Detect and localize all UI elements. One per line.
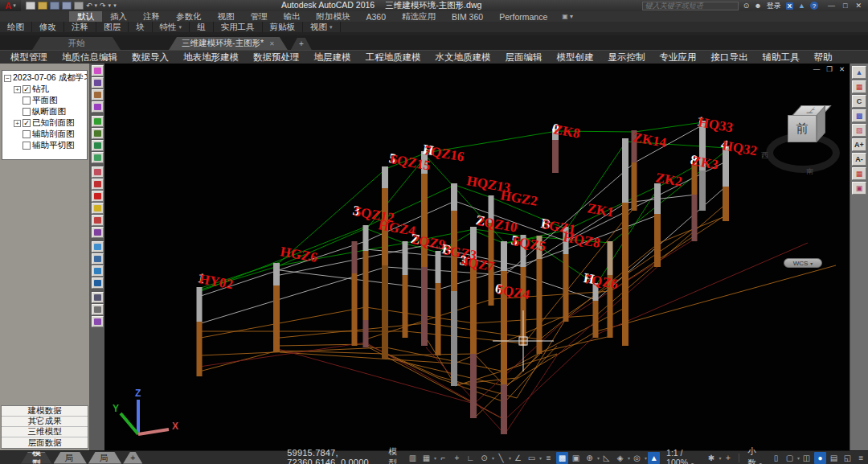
viewcube[interactable]: 西 南 上 前 WCS▾ bbox=[764, 83, 845, 264]
delete-grid-icon[interactable]: ▦ bbox=[852, 167, 866, 180]
hardware-accel-icon[interactable]: ● bbox=[814, 452, 826, 464]
osnap-tracking-icon[interactable]: ∠ bbox=[512, 452, 524, 464]
tab-close-icon[interactable]: ✕ bbox=[269, 40, 275, 47]
borehole-column[interactable] bbox=[632, 162, 637, 211]
undo-icon[interactable]: ↶ bbox=[86, 2, 92, 10]
text-larger-icon[interactable]: A+ bbox=[852, 138, 866, 151]
snap-mode-icon[interactable]: ▦ bbox=[420, 452, 432, 464]
wcs-dropdown[interactable]: WCS▾ bbox=[784, 258, 822, 268]
borehole-column[interactable] bbox=[363, 225, 369, 251]
borehole-column[interactable] bbox=[622, 203, 628, 346]
gizmo-icon[interactable]: ◎ bbox=[631, 452, 643, 464]
side-tool-icon-19[interactable] bbox=[92, 292, 104, 303]
borehole-column[interactable] bbox=[537, 259, 542, 354]
dynamic-ucs-icon[interactable]: ◺ bbox=[600, 452, 612, 464]
borehole-column[interactable] bbox=[699, 170, 706, 211]
borehole-column[interactable] bbox=[273, 285, 280, 352]
sign-in-button[interactable]: 登录 bbox=[767, 1, 781, 11]
side-tool-icon-17[interactable] bbox=[92, 265, 104, 277]
ribbon-tab-参数化[interactable]: 参数化 bbox=[168, 11, 210, 22]
panel-块[interactable]: 块 bbox=[129, 22, 153, 32]
borehole-column[interactable] bbox=[197, 322, 203, 376]
chevron-down-icon[interactable]: ▾ bbox=[597, 455, 600, 461]
chevron-down-icon[interactable]: ▾ bbox=[539, 455, 542, 461]
borehole-column[interactable] bbox=[352, 241, 358, 273]
ortho-mode-icon[interactable]: ∟ bbox=[465, 452, 477, 464]
chevron-down-icon[interactable]: ▾ bbox=[492, 455, 494, 461]
menu-地层建模[interactable]: 地层建模 bbox=[307, 51, 358, 64]
checkbox-纵断面图[interactable] bbox=[23, 108, 31, 116]
viewcube-front-face[interactable]: 前 bbox=[788, 115, 817, 142]
new-drawing-tab-button[interactable]: + bbox=[291, 38, 312, 50]
borehole-column[interactable] bbox=[421, 267, 428, 346]
workspace-switch-icon[interactable]: ✱ bbox=[706, 452, 718, 464]
start-tab[interactable]: 开始 bbox=[32, 37, 121, 50]
units-dropdown[interactable]: 小数 ▾ bbox=[742, 446, 769, 464]
new-file-icon[interactable] bbox=[26, 2, 35, 10]
grid-display-icon[interactable]: ▥ bbox=[407, 452, 419, 464]
checkbox-平面图[interactable] bbox=[23, 96, 31, 105]
side-tool-icon-3[interactable] bbox=[92, 89, 104, 101]
vp-minimize-icon[interactable]: — bbox=[813, 65, 821, 73]
ribbon-tab-A360[interactable]: A360 bbox=[358, 11, 395, 22]
side-tool-icon-9[interactable] bbox=[92, 166, 104, 178]
transparency-icon[interactable]: ▩ bbox=[556, 452, 568, 464]
side-tool-icon-20[interactable] bbox=[92, 304, 104, 315]
tree-item-钻孔[interactable]: +✓钻孔 bbox=[4, 84, 87, 95]
borehole-column[interactable] bbox=[501, 241, 507, 271]
menu-辅助工具[interactable]: 辅助工具 bbox=[755, 51, 807, 64]
side-tool-icon-1[interactable] bbox=[92, 65, 104, 76]
side-tool-icon-5[interactable] bbox=[92, 116, 104, 127]
help-icon[interactable]: ? bbox=[810, 2, 818, 10]
side-tool-icon-2[interactable] bbox=[92, 77, 104, 88]
ribbon-tab-BIM 360[interactable]: BIM 360 bbox=[444, 11, 491, 22]
search-input[interactable] bbox=[642, 2, 739, 10]
checkbox-已知剖面图[interactable]: ✓ bbox=[23, 119, 31, 127]
qat-customize-icon[interactable]: ▾ bbox=[113, 2, 117, 9]
menu-水文地质建模[interactable]: 水文地质建模 bbox=[428, 51, 498, 64]
borehole-column[interactable] bbox=[608, 241, 613, 275]
close-button[interactable]: ✕ bbox=[855, 2, 862, 10]
vp-restore-icon[interactable]: ❐ bbox=[826, 65, 833, 73]
osnap-3d-icon[interactable]: ⊕ bbox=[583, 452, 596, 464]
borehole-column[interactable] bbox=[403, 241, 408, 275]
ribbon-state-icon[interactable]: ▣ ▾ bbox=[562, 11, 573, 22]
side-tool-icon-15[interactable] bbox=[92, 241, 104, 253]
panel-修改[interactable]: 修改 bbox=[32, 22, 64, 32]
lineweight-icon[interactable]: ≡ bbox=[542, 452, 555, 464]
surface-render-icon[interactable]: ▲ bbox=[852, 66, 866, 79]
chevron-down-icon[interactable]: ▾ bbox=[797, 455, 800, 461]
panel-图层[interactable]: 图层 bbox=[96, 22, 129, 32]
borehole-column[interactable] bbox=[363, 320, 369, 347]
model-space-button[interactable]: 模型 bbox=[383, 446, 406, 464]
ribbon-tab-插入[interactable]: 插入 bbox=[102, 11, 135, 22]
ribbon-tab-默认[interactable]: 默认 bbox=[69, 11, 102, 22]
drawing-viewport[interactable]: 1HY02HGZ635QZ12HGZ456QZ15H7QZ16HQZ13HGZ2… bbox=[104, 64, 850, 450]
drawing-tab[interactable]: 三维建模环境-主图形* ✕ bbox=[169, 37, 288, 50]
maximize-button[interactable]: □ bbox=[843, 2, 847, 10]
ribbon-tab-精选应用[interactable]: 精选应用 bbox=[394, 11, 444, 22]
borehole-column[interactable] bbox=[552, 140, 559, 173]
borehole-column[interactable] bbox=[451, 183, 457, 211]
ribbon-tab-视图[interactable]: 视图 bbox=[210, 11, 243, 22]
panel-绘图[interactable]: 绘图 bbox=[0, 22, 32, 32]
sidebar-button-层面数据[interactable]: 层面数据 bbox=[2, 437, 88, 448]
borehole-column[interactable] bbox=[723, 187, 729, 221]
chevron-down-icon[interactable]: ▾ bbox=[434, 455, 436, 461]
side-tool-icon-14[interactable] bbox=[92, 227, 104, 238]
menu-模型创建[interactable]: 模型创建 bbox=[550, 51, 601, 64]
side-tool-icon-10[interactable] bbox=[92, 179, 104, 190]
borehole-column[interactable] bbox=[352, 273, 358, 346]
menu-接口导出[interactable]: 接口导出 bbox=[704, 51, 755, 64]
annotation-visibility-icon[interactable]: ▲ bbox=[648, 452, 660, 464]
borehole-label[interactable]: HGZ2 bbox=[499, 187, 538, 209]
sidebar-button-三维模型[interactable]: 三维模型 bbox=[2, 427, 88, 437]
selection-filter-icon[interactable]: ◈ bbox=[614, 452, 626, 464]
menu-数据导入[interactable]: 数据导入 bbox=[125, 51, 176, 64]
borehole-column[interactable] bbox=[692, 195, 698, 241]
side-tool-icon-12[interactable] bbox=[92, 203, 104, 214]
menu-层面编辑[interactable]: 层面编辑 bbox=[498, 51, 550, 64]
menu-地表地形建模[interactable]: 地表地形建模 bbox=[176, 51, 246, 64]
clean-screen-icon[interactable]: ◱ bbox=[841, 452, 854, 464]
menu-显示控制[interactable]: 显示控制 bbox=[601, 51, 653, 64]
